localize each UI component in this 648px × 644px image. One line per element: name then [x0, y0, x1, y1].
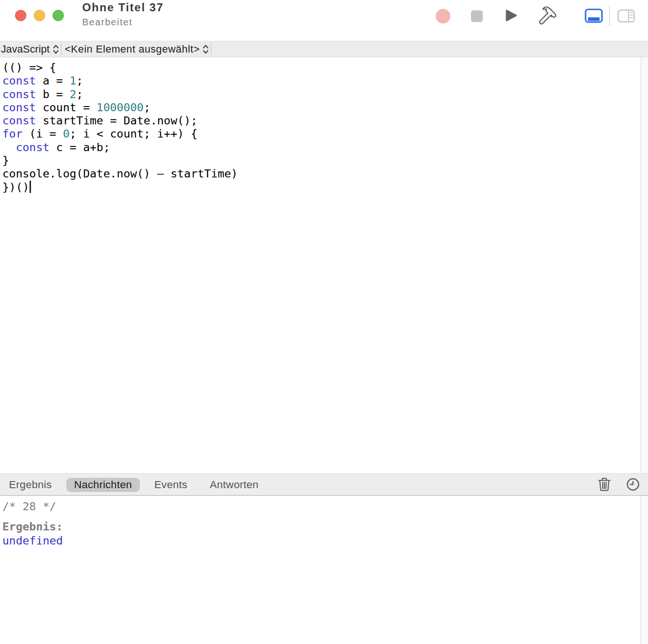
- element-popup-value: <Kein Element ausgewählt>: [65, 43, 200, 55]
- code-text: (() => {const a = 1;const b = 2;const co…: [2, 61, 238, 194]
- window-edited-badge: Bearbeitet: [82, 17, 164, 27]
- hammer-icon: [537, 6, 558, 26]
- result-tabbar: ErgebnisNachrichtenEventsAntworten: [0, 473, 648, 496]
- result-value: undefined: [2, 534, 63, 547]
- code-line: }: [2, 154, 238, 167]
- tab-antworten[interactable]: Antworten: [202, 478, 267, 492]
- code-line: (() => {: [2, 61, 238, 74]
- toggle-sidebar-button[interactable]: [617, 9, 635, 23]
- language-popup[interactable]: JavaScript: [0, 41, 59, 57]
- code-line: const startTime = Date.now();: [2, 114, 238, 127]
- tab-nachrichten[interactable]: Nachrichten: [66, 478, 140, 492]
- record-icon: [436, 9, 450, 23]
- code-line: const count = 1000000;: [2, 101, 238, 114]
- code-line: })(): [2, 181, 238, 194]
- code-line: for (i = 0; i < count; i++) {: [2, 127, 238, 140]
- chevron-up-down-icon: [202, 44, 209, 54]
- script-editor-window: Ohne Titel 37 Bearbeitet: [0, 0, 648, 644]
- result-tabs: ErgebnisNachrichtenEventsAntworten: [0, 477, 267, 491]
- code-line: const c = a+b;: [2, 141, 238, 154]
- element-popup[interactable]: <Kein Element ausgewählt>: [62, 41, 209, 57]
- clear-log-button[interactable]: [598, 477, 611, 491]
- toolbar-divider: [609, 5, 610, 26]
- vertical-scrollbar[interactable]: [640, 57, 648, 644]
- tab-events[interactable]: Events: [147, 478, 196, 492]
- trash-icon: [598, 477, 611, 491]
- navigation-bar: JavaScript <Kein Element ausgewählt>: [0, 41, 648, 57]
- clock-icon: [626, 478, 640, 491]
- close-button[interactable]: [15, 10, 26, 21]
- panel-sidebar-icon: [617, 9, 635, 23]
- panel-bottom-icon: [585, 8, 603, 23]
- minimize-button[interactable]: [34, 10, 45, 21]
- code-line: const b = 2;: [2, 88, 238, 101]
- code-line: console.log(Date.now() — startTime): [2, 167, 238, 180]
- toggle-bottom-panel-button[interactable]: [585, 8, 603, 23]
- window-title: Ohne Titel 37: [82, 1, 164, 14]
- record-button[interactable]: [436, 8, 451, 23]
- title-block: Ohne Titel 37 Bearbeitet: [82, 1, 164, 27]
- titlebar: Ohne Titel 37 Bearbeitet: [0, 0, 648, 41]
- log-message: /* 28 */: [2, 500, 56, 513]
- code-line: const a = 1;: [2, 74, 238, 87]
- language-popup-value: JavaScript: [1, 43, 50, 55]
- tab-ergebnis[interactable]: Ergebnis: [1, 478, 60, 492]
- chevron-up-down-icon: [53, 44, 59, 54]
- zoom-button[interactable]: [53, 10, 64, 21]
- compile-button[interactable]: [537, 6, 558, 26]
- result-label: Ergebnis:: [2, 520, 63, 533]
- run-button[interactable]: [505, 9, 518, 22]
- text-caret: [30, 181, 31, 193]
- play-icon: [505, 9, 518, 22]
- history-button[interactable]: [626, 478, 640, 491]
- code-editor[interactable]: (() => {const a = 1;const b = 2;const co…: [0, 57, 648, 473]
- result-panel: /* 28 */ Ergebnis: undefined: [0, 496, 648, 644]
- stop-button[interactable]: [471, 10, 483, 22]
- traffic-lights: [15, 10, 64, 21]
- stop-icon: [471, 10, 483, 22]
- navbar-divider: [211, 43, 211, 55]
